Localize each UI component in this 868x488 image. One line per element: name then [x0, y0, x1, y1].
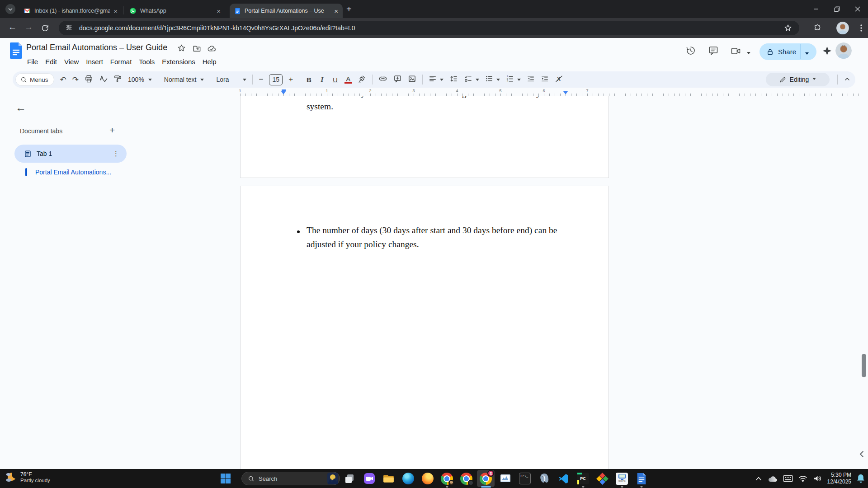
gemini-sparkle-icon[interactable]	[822, 46, 832, 58]
document-page-1[interactable]: y g y system.	[240, 96, 609, 178]
menu-help[interactable]: Help	[199, 57, 220, 66]
edge-browser-icon[interactable]	[398, 469, 418, 488]
site-info-icon[interactable]	[65, 23, 73, 33]
highlight-color-icon[interactable]	[358, 75, 366, 85]
show-side-panel-chevron-icon[interactable]	[859, 450, 865, 460]
add-comment-icon[interactable]	[393, 75, 402, 85]
style-dropdown-caret[interactable]	[200, 79, 204, 83]
tray-expand-chevron-icon[interactable]	[755, 476, 762, 481]
collapse-toolbar-chevron-icon[interactable]	[844, 75, 851, 84]
decrease-indent-icon[interactable]	[527, 75, 535, 84]
document-outline-link[interactable]: Portal Email Automations...	[35, 169, 111, 176]
vertical-scrollbar-thumb[interactable]	[862, 354, 866, 377]
task-view-icon[interactable]	[340, 469, 359, 488]
menu-format[interactable]: Format	[107, 57, 136, 66]
notification-bell-icon[interactable]	[856, 474, 865, 483]
volume-icon[interactable]	[813, 474, 822, 483]
weather-widget[interactable]: 76°F Partly cloudy	[5, 471, 50, 483]
menu-edit[interactable]: Edit	[42, 57, 61, 66]
align-dropdown-caret[interactable]	[440, 79, 443, 83]
browser-menu-kebab-icon[interactable]	[857, 23, 865, 35]
menu-file[interactable]: File	[24, 57, 42, 66]
zoom-dropdown-caret[interactable]	[148, 79, 152, 83]
menus-search-button[interactable]: Menus	[15, 73, 54, 86]
tab-close-icon[interactable]: ×	[217, 7, 221, 15]
bold-icon[interactable]: B	[305, 76, 312, 84]
font-size-input[interactable]: 15	[269, 74, 283, 85]
undo-icon[interactable]: ↶	[60, 75, 66, 84]
bulleted-list-dropdown-caret[interactable]	[496, 79, 500, 83]
move-folder-icon[interactable]	[193, 44, 201, 55]
redo-icon[interactable]: ↷	[72, 75, 79, 84]
system-monitor-icon[interactable]	[495, 469, 515, 488]
share-button[interactable]: Share	[760, 43, 816, 60]
increase-indent-icon[interactable]	[541, 75, 549, 84]
document-page-2[interactable]: The number of days (30 days after start …	[240, 186, 609, 469]
paint-format-icon[interactable]	[113, 75, 122, 85]
font-size-decrease-icon[interactable]: −	[259, 75, 263, 84]
document-tab-item-selected[interactable]: Tab 1 ⋮	[14, 145, 127, 163]
text-color-icon[interactable]: A	[344, 75, 352, 84]
share-dropdown-caret[interactable]	[805, 52, 809, 56]
browser-tab-gmail[interactable]: Inbox (1) - ishann.tforce@gmai ×	[19, 4, 122, 18]
address-bar[interactable]: docs.google.com/document/d/1jpc3R6Cmpii0…	[59, 21, 799, 35]
new-tab-button[interactable]: +	[346, 4, 352, 14]
cloud-saved-icon[interactable]	[207, 44, 217, 55]
numbered-list-icon[interactable]: 123	[506, 75, 514, 84]
first-line-indent-marker[interactable]	[282, 89, 286, 91]
onedrive-icon[interactable]	[767, 474, 778, 483]
zoom-value[interactable]: 100%	[128, 76, 144, 83]
touch-keyboard-icon[interactable]	[783, 475, 793, 482]
line-spacing-icon[interactable]	[449, 75, 458, 85]
terminal-icon[interactable]: C:\_	[515, 469, 534, 488]
back-icon[interactable]: ←	[8, 22, 17, 32]
taskbar-search-box[interactable]: Search	[241, 472, 340, 485]
underline-icon[interactable]: U	[331, 76, 339, 84]
window-close-button[interactable]	[847, 0, 868, 18]
account-avatar[interactable]	[835, 42, 852, 59]
browser-tab-whatsapp[interactable]: WhatsApp ×	[125, 4, 225, 18]
window-minimize-button[interactable]	[806, 0, 826, 18]
postgresql-icon[interactable]	[534, 469, 554, 488]
checklist-dropdown-caret[interactable]	[476, 79, 479, 83]
font-dropdown-caret[interactable]	[243, 79, 246, 83]
insert-image-icon[interactable]	[408, 75, 416, 85]
extensions-puzzle-icon[interactable]	[813, 24, 821, 34]
insert-link-icon[interactable]	[378, 74, 387, 85]
numbered-list-dropdown-caret[interactable]	[517, 79, 521, 83]
start-button[interactable]	[220, 473, 231, 486]
reload-icon[interactable]	[41, 23, 49, 34]
clear-formatting-icon[interactable]: X	[555, 75, 563, 85]
font-family-value[interactable]: Lora	[216, 76, 239, 83]
chrome-profile-active-icon[interactable]: S	[476, 469, 495, 488]
bookmark-star-icon[interactable]	[784, 24, 792, 34]
taskbar-clock[interactable]: 5:30 PM 12/4/2025	[827, 472, 851, 485]
taskpro-app-icon[interactable]: TaskPro	[612, 469, 632, 488]
version-history-icon[interactable]	[685, 45, 696, 58]
font-size-increase-icon[interactable]: +	[288, 75, 293, 84]
browser-tab-docs-active[interactable]: Portal Email Automations – Use ×	[230, 4, 343, 18]
color-diamond-icon[interactable]	[593, 469, 612, 488]
bulleted-list-icon[interactable]	[485, 75, 493, 84]
tab-options-kebab-icon[interactable]: ⋮	[113, 150, 119, 158]
firefox-browser-icon[interactable]	[418, 469, 437, 488]
menu-insert[interactable]: Insert	[82, 57, 107, 66]
print-icon[interactable]	[85, 75, 93, 85]
pycharm-icon[interactable]: PC	[573, 469, 593, 488]
browser-profile-avatar[interactable]	[836, 22, 849, 34]
align-left-icon[interactable]	[429, 75, 437, 84]
vscode-icon[interactable]	[554, 469, 573, 488]
tab-close-icon[interactable]: ×	[113, 7, 118, 15]
document-title[interactable]: Portal Email Automations – User Guide	[26, 43, 167, 52]
forward-icon[interactable]: →	[24, 22, 33, 32]
meet-dropdown-caret[interactable]	[747, 52, 750, 56]
menu-tools[interactable]: Tools	[135, 57, 158, 66]
checklist-icon[interactable]	[464, 75, 472, 85]
comment-history-icon[interactable]	[708, 45, 719, 58]
menu-extensions[interactable]: Extensions	[158, 57, 198, 66]
editing-mode-button[interactable]: Editing	[766, 73, 830, 86]
star-document-icon[interactable]	[177, 44, 186, 54]
google-docs-logo[interactable]	[10, 42, 22, 61]
file-explorer-icon[interactable]	[379, 469, 398, 488]
spellcheck-icon[interactable]	[99, 75, 108, 85]
